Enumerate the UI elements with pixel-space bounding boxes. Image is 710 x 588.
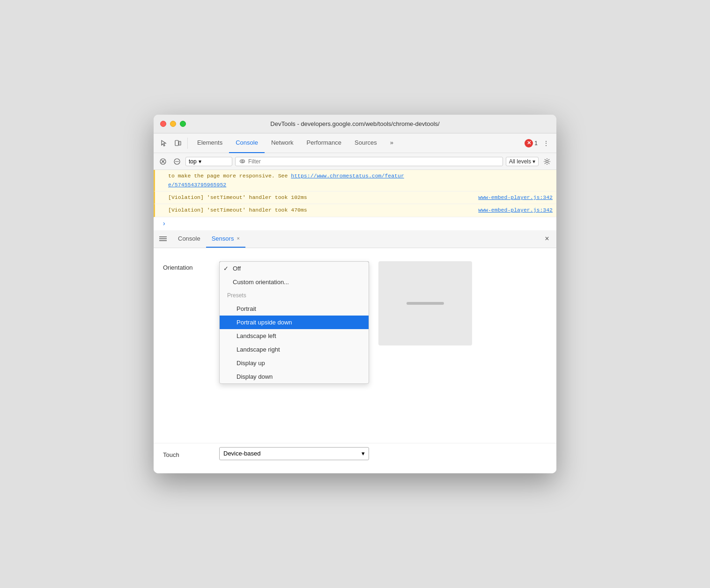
inspect-element-button[interactable] [157, 137, 170, 150]
bottom-tab-bar: Console Sensors × × [154, 230, 556, 248]
devtools-window: DevTools - developers.google.com/web/too… [154, 115, 556, 473]
dropdown-item-custom[interactable]: Custom orientation... [220, 275, 369, 289]
hamburger-icon [159, 236, 167, 242]
console-msg-text-2: [Violation] 'setTimeout' handler took 10… [168, 194, 307, 200]
svg-rect-1 [179, 141, 181, 145]
toolbar-right: ✕ 1 ⋮ [525, 137, 553, 150]
error-count: 1 [534, 140, 538, 147]
orientation-dropdown-menu: ✓ Off Custom orientation... Presets Port… [219, 261, 369, 384]
close-button[interactable] [160, 121, 166, 127]
touch-label: Touch [163, 448, 210, 458]
console-msg-source-2[interactable]: www-embed-player.js:342 [478, 193, 553, 202]
phone-bar [407, 302, 444, 305]
traffic-lights [160, 121, 186, 127]
touch-row: Touch Device-based ▾ [154, 443, 556, 464]
filter-input[interactable] [248, 158, 499, 165]
bottom-tab-console[interactable]: Console [172, 230, 206, 248]
dropdown-section-presets: Presets [220, 289, 369, 302]
svg-point-7 [240, 160, 245, 163]
dropdown-item-portrait-upside-down[interactable]: Portrait upside down [220, 316, 369, 329]
touch-select[interactable]: Device-based ▾ [219, 447, 369, 460]
console-filter-bar: top ▾ All levels ▾ [154, 153, 556, 170]
device-icon [174, 140, 182, 147]
prompt-arrow-icon: › [162, 220, 166, 228]
window-title: DevTools - developers.google.com/web/too… [270, 120, 439, 127]
orientation-preview [378, 261, 472, 345]
bottom-panel: Console Sensors × × Orientation Off ▾ [154, 230, 556, 473]
error-badge[interactable]: ✕ 1 [525, 139, 538, 147]
devtools-toolbar: Elements Console Network Performance Sou… [154, 133, 556, 153]
tab-console[interactable]: Console [229, 133, 265, 153]
touch-selected-value: Device-based [223, 450, 261, 457]
record-icon [160, 158, 166, 165]
tab-navigation: Elements Console Network Performance Sou… [191, 133, 400, 153]
touch-chevron-icon: ▾ [362, 450, 365, 457]
tab-more[interactable]: » [384, 133, 400, 153]
console-message-1: to make the page more responsive. See ht… [154, 170, 556, 191]
cursor-icon [160, 140, 168, 147]
console-message-3: www-embed-player.js:342 [Violation] 'set… [154, 204, 556, 217]
console-msg-source-3[interactable]: www-embed-player.js:342 [478, 206, 553, 214]
close-bottom-panel-button[interactable]: × [541, 233, 553, 244]
device-toolbar-button[interactable] [171, 137, 185, 150]
dropdown-item-landscape-left[interactable]: Landscape left [220, 329, 369, 343]
bottom-tab-sensors[interactable]: Sensors × [206, 230, 245, 248]
svg-rect-0 [175, 140, 178, 146]
console-msg-text-1: to make the page more responsive. See [168, 173, 291, 179]
dropdown-item-portrait[interactable]: Portrait [220, 302, 369, 316]
eye-icon [239, 158, 245, 164]
error-icon: ✕ [525, 139, 533, 147]
console-message-2: www-embed-player.js:342 [Violation] 'set… [154, 191, 556, 204]
sensors-content: Orientation Off ▾ ✓ Off Custo [154, 248, 556, 473]
dropdown-item-display-up[interactable]: Display up [220, 356, 369, 370]
tab-performance[interactable]: Performance [300, 133, 348, 153]
gear-icon [543, 158, 551, 165]
clear-console-button[interactable] [171, 156, 183, 167]
tab-network[interactable]: Network [265, 133, 300, 153]
dropdown-item-display-down[interactable]: Display down [220, 370, 369, 383]
block-icon [174, 158, 180, 165]
drawer-menu-button[interactable] [157, 233, 169, 244]
chevron-down-icon: ▾ [199, 158, 201, 165]
filter-input-wrap [235, 157, 503, 166]
tab-sources[interactable]: Sources [348, 133, 384, 153]
orientation-label: Orientation [163, 261, 210, 271]
minimize-button[interactable] [170, 121, 176, 127]
dropdown-item-landscape-right[interactable]: Landscape right [220, 343, 369, 356]
title-bar: DevTools - developers.google.com/web/too… [154, 115, 556, 133]
orientation-dropdown-wrapper: Off ▾ ✓ Off Custom orientation... [219, 261, 369, 274]
toolbar-divider-1 [187, 138, 188, 149]
checkmark-icon: ✓ [223, 265, 229, 272]
console-messages: to make the page more responsive. See ht… [154, 170, 556, 230]
dropdown-item-off[interactable]: ✓ Off [220, 262, 369, 275]
more-options-button[interactable]: ⋮ [540, 137, 553, 150]
levels-chevron-icon: ▾ [532, 158, 535, 165]
console-msg-text-3: [Violation] 'setTimeout' handler took 47… [168, 207, 307, 213]
console-prompt: › [154, 217, 556, 230]
svg-point-9 [546, 160, 548, 162]
stop-recording-button[interactable] [157, 156, 169, 167]
maximize-button[interactable] [180, 121, 186, 127]
tab-elements[interactable]: Elements [191, 133, 229, 153]
svg-point-8 [242, 161, 244, 162]
context-select[interactable]: top ▾ [185, 157, 232, 166]
settings-button[interactable] [541, 156, 553, 167]
levels-dropdown[interactable]: All levels ▾ [506, 157, 539, 166]
close-sensors-tab[interactable]: × [237, 235, 239, 241]
orientation-row: Orientation Off ▾ ✓ Off Custo [154, 257, 556, 349]
